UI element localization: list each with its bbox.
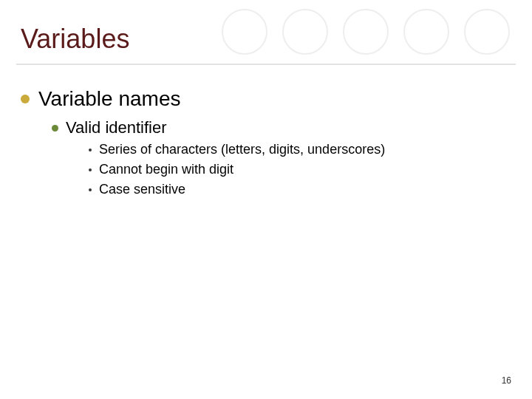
bullet-level3: Series of characters (letters, digits, u… bbox=[89, 142, 502, 157]
slide-body: Variable names Valid identifier Series o… bbox=[21, 81, 502, 199]
bullet-level3-text: Case sensitive bbox=[99, 182, 185, 197]
decorative-circle bbox=[282, 9, 328, 55]
slide: Variables Variable names Valid identifie… bbox=[0, 0, 532, 399]
bullet-level3-text: Series of characters (letters, digits, u… bbox=[99, 142, 385, 157]
bullet-level2: Valid identifier bbox=[52, 118, 502, 137]
decorative-circle bbox=[464, 9, 510, 55]
decorative-circle-row bbox=[222, 9, 510, 55]
bullet-dot-l3-icon bbox=[89, 149, 92, 151]
decorative-circle bbox=[403, 9, 449, 55]
bullet-dot-l1-icon bbox=[21, 95, 30, 103]
title-underline bbox=[16, 64, 516, 65]
bullet-level2-text: Valid identifier bbox=[66, 118, 167, 137]
bullet-level3-text: Cannot begin with digit bbox=[99, 162, 233, 177]
page-number: 16 bbox=[502, 375, 511, 386]
bullet-level3: Cannot begin with digit bbox=[89, 162, 502, 177]
bullet-level1-text: Variable names bbox=[38, 87, 180, 111]
bullet-dot-l2-icon bbox=[52, 125, 58, 132]
decorative-circle bbox=[222, 9, 267, 55]
bullet-dot-l3-icon bbox=[89, 168, 92, 171]
bullet-level1: Variable names bbox=[21, 87, 502, 111]
slide-title: Variables bbox=[21, 24, 129, 55]
bullet-dot-l3-icon bbox=[89, 188, 92, 191]
bullet-level3: Case sensitive bbox=[89, 182, 502, 197]
decorative-circle bbox=[343, 9, 389, 55]
